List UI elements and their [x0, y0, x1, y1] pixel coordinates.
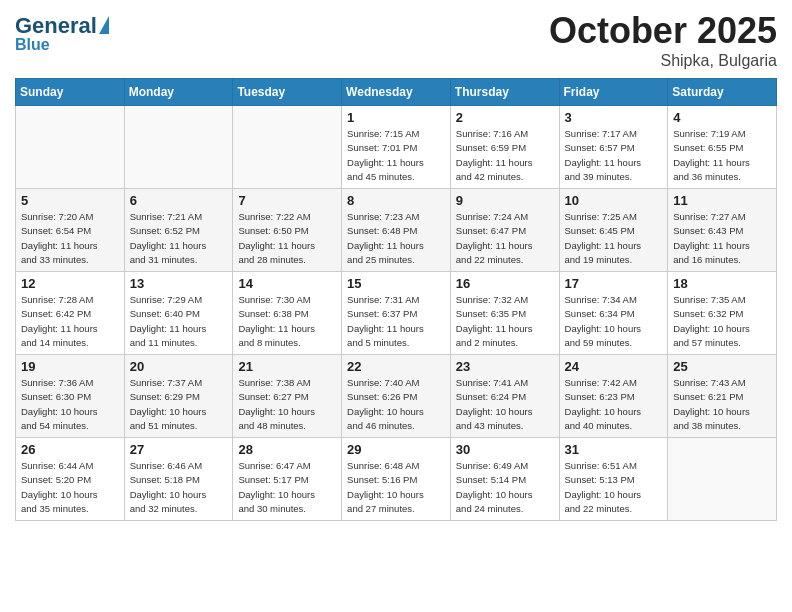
calendar-cell: 24Sunrise: 7:42 AMSunset: 6:23 PMDayligh… [559, 355, 668, 438]
day-number: 6 [130, 193, 228, 208]
calendar-cell [16, 106, 125, 189]
month-title: October 2025 [549, 10, 777, 52]
logo-blue: Blue [15, 37, 50, 53]
day-number: 16 [456, 276, 554, 291]
day-number: 25 [673, 359, 771, 374]
day-number: 8 [347, 193, 445, 208]
day-number: 14 [238, 276, 336, 291]
calendar-cell: 27Sunrise: 6:46 AMSunset: 5:18 PMDayligh… [124, 438, 233, 521]
header-monday: Monday [124, 79, 233, 106]
logo-general: General [15, 15, 97, 37]
day-number: 18 [673, 276, 771, 291]
day-info: Sunrise: 7:21 AMSunset: 6:52 PMDaylight:… [130, 210, 228, 267]
calendar-cell: 5Sunrise: 7:20 AMSunset: 6:54 PMDaylight… [16, 189, 125, 272]
calendar-cell: 9Sunrise: 7:24 AMSunset: 6:47 PMDaylight… [450, 189, 559, 272]
day-info: Sunrise: 7:34 AMSunset: 6:34 PMDaylight:… [565, 293, 663, 350]
calendar-cell: 21Sunrise: 7:38 AMSunset: 6:27 PMDayligh… [233, 355, 342, 438]
day-info: Sunrise: 7:35 AMSunset: 6:32 PMDaylight:… [673, 293, 771, 350]
day-number: 7 [238, 193, 336, 208]
calendar-cell: 19Sunrise: 7:36 AMSunset: 6:30 PMDayligh… [16, 355, 125, 438]
day-info: Sunrise: 7:32 AMSunset: 6:35 PMDaylight:… [456, 293, 554, 350]
header-tuesday: Tuesday [233, 79, 342, 106]
day-number: 30 [456, 442, 554, 457]
day-info: Sunrise: 7:24 AMSunset: 6:47 PMDaylight:… [456, 210, 554, 267]
day-info: Sunrise: 7:30 AMSunset: 6:38 PMDaylight:… [238, 293, 336, 350]
calendar-cell: 30Sunrise: 6:49 AMSunset: 5:14 PMDayligh… [450, 438, 559, 521]
calendar-cell [124, 106, 233, 189]
day-info: Sunrise: 6:49 AMSunset: 5:14 PMDaylight:… [456, 459, 554, 516]
calendar-cell: 6Sunrise: 7:21 AMSunset: 6:52 PMDaylight… [124, 189, 233, 272]
day-info: Sunrise: 6:44 AMSunset: 5:20 PMDaylight:… [21, 459, 119, 516]
calendar-cell: 25Sunrise: 7:43 AMSunset: 6:21 PMDayligh… [668, 355, 777, 438]
day-info: Sunrise: 7:20 AMSunset: 6:54 PMDaylight:… [21, 210, 119, 267]
calendar-cell: 17Sunrise: 7:34 AMSunset: 6:34 PMDayligh… [559, 272, 668, 355]
calendar-cell: 11Sunrise: 7:27 AMSunset: 6:43 PMDayligh… [668, 189, 777, 272]
day-number: 2 [456, 110, 554, 125]
location-subtitle: Shipka, Bulgaria [549, 52, 777, 70]
header-friday: Friday [559, 79, 668, 106]
day-info: Sunrise: 6:47 AMSunset: 5:17 PMDaylight:… [238, 459, 336, 516]
day-info: Sunrise: 6:51 AMSunset: 5:13 PMDaylight:… [565, 459, 663, 516]
header-sunday: Sunday [16, 79, 125, 106]
day-header-row: Sunday Monday Tuesday Wednesday Thursday… [16, 79, 777, 106]
day-info: Sunrise: 6:46 AMSunset: 5:18 PMDaylight:… [130, 459, 228, 516]
calendar-cell: 8Sunrise: 7:23 AMSunset: 6:48 PMDaylight… [342, 189, 451, 272]
week-row-2: 5Sunrise: 7:20 AMSunset: 6:54 PMDaylight… [16, 189, 777, 272]
day-number: 5 [21, 193, 119, 208]
day-number: 19 [21, 359, 119, 374]
calendar-cell: 15Sunrise: 7:31 AMSunset: 6:37 PMDayligh… [342, 272, 451, 355]
day-info: Sunrise: 7:15 AMSunset: 7:01 PMDaylight:… [347, 127, 445, 184]
calendar-cell: 22Sunrise: 7:40 AMSunset: 6:26 PMDayligh… [342, 355, 451, 438]
day-info: Sunrise: 7:36 AMSunset: 6:30 PMDaylight:… [21, 376, 119, 433]
day-number: 21 [238, 359, 336, 374]
day-info: Sunrise: 7:27 AMSunset: 6:43 PMDaylight:… [673, 210, 771, 267]
day-info: Sunrise: 7:38 AMSunset: 6:27 PMDaylight:… [238, 376, 336, 433]
day-info: Sunrise: 7:31 AMSunset: 6:37 PMDaylight:… [347, 293, 445, 350]
calendar-cell: 26Sunrise: 6:44 AMSunset: 5:20 PMDayligh… [16, 438, 125, 521]
logo: General Blue [15, 15, 109, 53]
day-number: 10 [565, 193, 663, 208]
day-number: 20 [130, 359, 228, 374]
day-info: Sunrise: 7:17 AMSunset: 6:57 PMDaylight:… [565, 127, 663, 184]
header-thursday: Thursday [450, 79, 559, 106]
day-number: 22 [347, 359, 445, 374]
day-number: 4 [673, 110, 771, 125]
calendar-cell: 2Sunrise: 7:16 AMSunset: 6:59 PMDaylight… [450, 106, 559, 189]
day-info: Sunrise: 7:40 AMSunset: 6:26 PMDaylight:… [347, 376, 445, 433]
week-row-3: 12Sunrise: 7:28 AMSunset: 6:42 PMDayligh… [16, 272, 777, 355]
calendar-cell: 7Sunrise: 7:22 AMSunset: 6:50 PMDaylight… [233, 189, 342, 272]
logo-triangle-icon [99, 16, 109, 34]
calendar-cell: 31Sunrise: 6:51 AMSunset: 5:13 PMDayligh… [559, 438, 668, 521]
day-info: Sunrise: 7:37 AMSunset: 6:29 PMDaylight:… [130, 376, 228, 433]
calendar-table: Sunday Monday Tuesday Wednesday Thursday… [15, 78, 777, 521]
day-number: 24 [565, 359, 663, 374]
day-number: 23 [456, 359, 554, 374]
calendar-cell: 28Sunrise: 6:47 AMSunset: 5:17 PMDayligh… [233, 438, 342, 521]
day-info: Sunrise: 7:19 AMSunset: 6:55 PMDaylight:… [673, 127, 771, 184]
day-number: 17 [565, 276, 663, 291]
day-info: Sunrise: 7:41 AMSunset: 6:24 PMDaylight:… [456, 376, 554, 433]
day-number: 26 [21, 442, 119, 457]
calendar-cell [233, 106, 342, 189]
day-info: Sunrise: 7:43 AMSunset: 6:21 PMDaylight:… [673, 376, 771, 433]
calendar-cell: 1Sunrise: 7:15 AMSunset: 7:01 PMDaylight… [342, 106, 451, 189]
day-number: 29 [347, 442, 445, 457]
day-info: Sunrise: 6:48 AMSunset: 5:16 PMDaylight:… [347, 459, 445, 516]
day-info: Sunrise: 7:25 AMSunset: 6:45 PMDaylight:… [565, 210, 663, 267]
day-info: Sunrise: 7:42 AMSunset: 6:23 PMDaylight:… [565, 376, 663, 433]
calendar-cell: 3Sunrise: 7:17 AMSunset: 6:57 PMDaylight… [559, 106, 668, 189]
day-info: Sunrise: 7:28 AMSunset: 6:42 PMDaylight:… [21, 293, 119, 350]
day-number: 9 [456, 193, 554, 208]
day-number: 3 [565, 110, 663, 125]
calendar-cell [668, 438, 777, 521]
day-number: 13 [130, 276, 228, 291]
header-saturday: Saturday [668, 79, 777, 106]
week-row-5: 26Sunrise: 6:44 AMSunset: 5:20 PMDayligh… [16, 438, 777, 521]
page-header: General Blue October 2025 Shipka, Bulgar… [15, 10, 777, 70]
day-number: 1 [347, 110, 445, 125]
calendar-cell: 23Sunrise: 7:41 AMSunset: 6:24 PMDayligh… [450, 355, 559, 438]
day-number: 28 [238, 442, 336, 457]
day-info: Sunrise: 7:23 AMSunset: 6:48 PMDaylight:… [347, 210, 445, 267]
day-info: Sunrise: 7:22 AMSunset: 6:50 PMDaylight:… [238, 210, 336, 267]
day-info: Sunrise: 7:29 AMSunset: 6:40 PMDaylight:… [130, 293, 228, 350]
